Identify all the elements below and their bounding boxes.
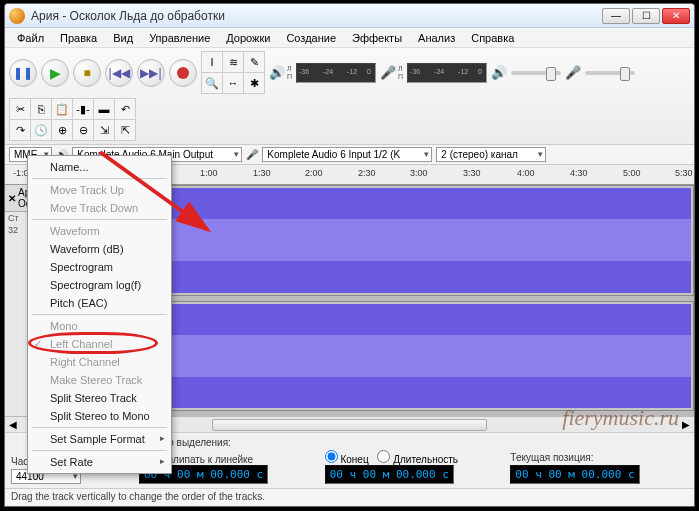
selection-tool-icon[interactable]: I: [202, 52, 222, 72]
stop-button[interactable]: ■: [73, 59, 101, 87]
multi-tool-icon[interactable]: ✱: [244, 73, 264, 93]
main-toolbar: ❚❚ ▶ ■ |◀◀ ▶▶| I ≋ ✎ 🔍 ↔ ✱ 🔊 Л П -36 -24…: [5, 48, 694, 145]
length-radio[interactable]: [377, 450, 390, 463]
cut-icon[interactable]: ✂: [10, 99, 30, 119]
menu-item-right-channel: Right Channel: [28, 353, 171, 371]
fit-selection-icon[interactable]: ⇲: [94, 120, 114, 140]
menu-item-spectrogram[interactable]: Spectrogram: [28, 258, 171, 276]
output-volume-slider[interactable]: [511, 71, 561, 75]
audio-position-label: Текущая позиция:: [510, 452, 688, 463]
output-meter[interactable]: 🔊 Л П -36 -24 -12 0: [269, 63, 376, 83]
menu-item-split-stereo-track[interactable]: Split Stereo Track: [28, 389, 171, 407]
menu-tracks[interactable]: Дорожки: [218, 30, 278, 46]
envelope-tool-icon[interactable]: ≋: [223, 52, 243, 72]
copy-icon[interactable]: ⎘: [31, 99, 51, 119]
menu-item-split-stereo-to-mono[interactable]: Split Stereo to Mono: [28, 407, 171, 425]
menu-item-set-sample-format[interactable]: Set Sample Format: [28, 430, 171, 448]
draw-tool-icon[interactable]: ✎: [244, 52, 264, 72]
app-logo-icon: [9, 8, 25, 24]
menu-help[interactable]: Справка: [463, 30, 522, 46]
end-radio[interactable]: [325, 450, 338, 463]
zoom-out-icon[interactable]: ⊖: [73, 120, 93, 140]
minimize-button[interactable]: —: [602, 8, 630, 24]
menu-effects[interactable]: Эффекты: [344, 30, 410, 46]
title-bar: Ария - Осколок Льда до обработки — ☐ ✕: [5, 4, 694, 28]
record-button[interactable]: [169, 59, 197, 87]
input-meter-bar: -36 -24 -12 0: [407, 63, 487, 83]
menu-bar: Файл Правка Вид Управление Дорожки Созда…: [5, 28, 694, 48]
zoom-tool-icon[interactable]: 🔍: [202, 73, 222, 93]
selection-end-field[interactable]: 00 ч 00 м 00.000 с: [325, 465, 454, 484]
redo-icon[interactable]: ↷: [10, 120, 30, 140]
menu-item-left-channel: Left Channel: [28, 335, 171, 353]
transport-controls: ❚❚ ▶ ■ |◀◀ ▶▶|: [9, 59, 197, 87]
menu-item-waveform-db[interactable]: Waveform (dB): [28, 240, 171, 258]
menu-generate[interactable]: Создание: [278, 30, 344, 46]
menu-item-move-track-up: Move Track Up: [28, 181, 171, 199]
fit-project-icon[interactable]: ⇱: [115, 120, 135, 140]
menu-item-waveform: Waveform: [28, 222, 171, 240]
zoom-in-icon[interactable]: ⊕: [52, 120, 72, 140]
close-button[interactable]: ✕: [662, 8, 690, 24]
track-close-icon[interactable]: ✕: [8, 193, 16, 204]
input-volume-slider[interactable]: [585, 71, 635, 75]
speaker-icon: 🔊: [269, 65, 285, 80]
menu-item-name[interactable]: Name...: [28, 158, 171, 176]
menu-analyze[interactable]: Анализ: [410, 30, 463, 46]
maximize-button[interactable]: ☐: [632, 8, 660, 24]
paste-icon[interactable]: 📋: [52, 99, 72, 119]
scrollbar-thumb[interactable]: [212, 419, 488, 431]
undo-icon[interactable]: ↶: [115, 99, 135, 119]
pause-button[interactable]: ❚❚: [9, 59, 37, 87]
menu-item-set-rate[interactable]: Set Rate: [28, 453, 171, 471]
skip-end-button[interactable]: ▶▶|: [137, 59, 165, 87]
mic-icon: 🎤: [380, 65, 396, 80]
status-bar: Drag the track vertically to change the …: [5, 488, 694, 506]
sync-lock-icon[interactable]: 🕓: [31, 120, 51, 140]
trim-icon[interactable]: -▮-: [73, 99, 93, 119]
channels-combo[interactable]: 2 (стерео) канал: [436, 147, 546, 162]
menu-item-pitch-eac[interactable]: Pitch (EAC): [28, 294, 171, 312]
meter-r-label: П: [287, 73, 292, 81]
waveform-canvas[interactable]: [93, 185, 694, 416]
menu-item-spectrogram-log-f[interactable]: Spectrogram log(f): [28, 276, 171, 294]
output-meter-bar: -36 -24 -12 0: [296, 63, 376, 83]
skip-start-button[interactable]: |◀◀: [105, 59, 133, 87]
track-dropdown-menu: Name...Move Track UpMove Track DownWavef…: [27, 155, 172, 474]
edit-toolbar: ✂ ⎘ 📋 -▮- ▬ ↶ ↷ 🕓 ⊕ ⊖ ⇲ ⇱: [9, 98, 136, 141]
audio-position-field[interactable]: 00 ч 00 м 00.000 с: [510, 465, 639, 484]
output-vol-icon: 🔊: [491, 65, 507, 80]
input-device-combo[interactable]: Komplete Audio 6 Input 1/2 (K: [262, 147, 432, 162]
menu-item-mono: Mono: [28, 317, 171, 335]
silence-icon[interactable]: ▬: [94, 99, 114, 119]
window-title: Ария - Осколок Льда до обработки: [31, 9, 602, 23]
meter-l-label: Л: [287, 65, 292, 73]
play-button[interactable]: ▶: [41, 59, 69, 87]
timeshift-tool-icon[interactable]: ↔: [223, 73, 243, 93]
menu-view[interactable]: Вид: [105, 30, 141, 46]
waveform-left-channel[interactable]: [93, 185, 694, 296]
menu-transport[interactable]: Управление: [141, 30, 218, 46]
menu-edit[interactable]: Правка: [52, 30, 105, 46]
input-meter[interactable]: 🎤 Л П -36 -24 -12 0: [380, 63, 487, 83]
input-vol-icon: 🎤: [565, 65, 581, 80]
tool-palette: I ≋ ✎ 🔍 ↔ ✱: [201, 51, 265, 94]
waveform-right-channel[interactable]: [93, 301, 694, 412]
mic-in-icon: 🎤: [246, 149, 258, 160]
menu-file[interactable]: Файл: [9, 30, 52, 46]
menu-item-move-track-down: Move Track Down: [28, 199, 171, 217]
menu-item-make-stereo-track: Make Stereo Track: [28, 371, 171, 389]
